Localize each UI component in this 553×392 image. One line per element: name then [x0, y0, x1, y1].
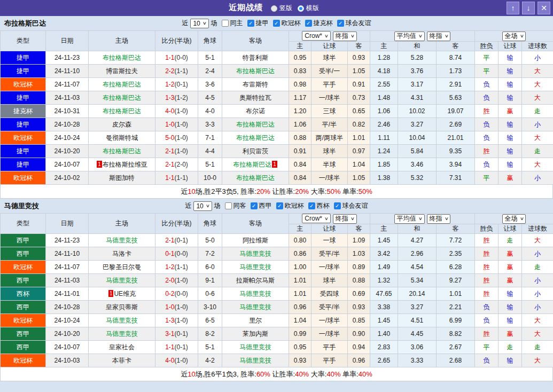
result-wdl-cell: 负 — [475, 118, 499, 131]
away-team-cell: 布拉格斯巴达 — [222, 118, 289, 131]
corners-cell: 4-5 — [198, 91, 222, 105]
close-button[interactable]: ✕ — [538, 2, 550, 14]
home-odds-cell: 0.86 — [289, 247, 311, 261]
competition-filter-checkbox[interactable]: ✓ — [308, 202, 315, 209]
avg-away-cell: 3.94 — [437, 158, 475, 171]
team-section: 布拉格斯巴达近10∨场同主✓捷甲✓欧冠杯✓捷克杯✓球会友谊类型日期主场比分(半场… — [0, 16, 553, 199]
handicap-cell: 两/两球半 — [311, 131, 348, 145]
home-odds-cell: 1.17 — [289, 91, 311, 105]
result-handicap-cell: 输 — [499, 118, 522, 131]
result-goals-cell: 小 — [522, 301, 553, 314]
scope-select[interactable]: 全场∨ — [502, 214, 526, 224]
away-team-name: 拉斯帕尔马斯 — [236, 277, 275, 284]
away-team-cell: 马德里竞技 — [222, 287, 289, 301]
home-team-cell: 马洛卡 — [89, 247, 155, 261]
competition-filter-checkbox[interactable]: ✓ — [251, 202, 258, 209]
chevron-down-icon: ∨ — [444, 34, 448, 38]
home-team-name: 皇家社会 — [109, 343, 135, 351]
horizontal-layout-radio[interactable] — [298, 5, 304, 12]
match-date: 24-10-28 — [46, 301, 89, 314]
home-team-name: UE维克 — [114, 290, 136, 297]
avg-time-select[interactable]: 终指∨ — [427, 214, 451, 224]
away-team-cell: 阿拉维斯 — [222, 234, 289, 247]
home-team-cell: 布拉格斯巴达 — [89, 105, 155, 118]
away-team-name: 马德里竞技 — [239, 290, 271, 297]
score-cell: 4-0(1-0) — [155, 354, 198, 367]
handicap-cell: 平手 — [311, 341, 348, 354]
chevron-down-icon: ∨ — [519, 216, 524, 221]
home-team-name: 皮尔森 — [112, 121, 131, 128]
away-team-cell: 利贝雷茨 — [222, 145, 289, 158]
avg-source-select[interactable]: 平均值∨ — [394, 214, 425, 224]
odds-time-select[interactable]: 终指∨ — [333, 214, 357, 224]
corners-cell: 8-2 — [198, 327, 222, 341]
home-team-name: 马德里竞技 — [106, 277, 138, 284]
corners-cell: 9-1 — [198, 274, 222, 287]
score-cell: 2-2(1-1) — [155, 65, 198, 78]
avg-away-cell: 2.35 — [437, 247, 475, 261]
avg-draw-cell: 3.76 — [398, 65, 437, 78]
away-team-cell: 布尔诺 — [222, 105, 289, 118]
handicap-cell: 平/半 — [311, 118, 348, 131]
competition-filter-checkbox[interactable]: ✓ — [337, 20, 344, 27]
column-header: 进球数 — [522, 42, 553, 51]
score-cell: 1-0(1-0) — [155, 301, 198, 314]
odds-source-select[interactable]: Crow*∨ — [302, 31, 331, 41]
away-odds-cell: 1.03 — [348, 247, 370, 261]
home-odds-cell: 1.01 — [289, 287, 311, 301]
corners-cell: 5-1 — [198, 51, 222, 65]
competition-filter-label: 捷克杯 — [314, 19, 333, 28]
competition-badge: 西甲 — [1, 301, 46, 314]
away-odds-cell: 1.01 — [348, 131, 370, 145]
move-up-button[interactable]: ↑ — [507, 2, 519, 14]
away-odds-cell: 1.04 — [348, 158, 370, 171]
home-team-name: 曼彻斯特城 — [106, 134, 138, 142]
odds-source-select[interactable]: Crow*∨ — [302, 214, 331, 223]
vertical-layout-radio[interactable] — [271, 5, 277, 12]
odds-time-select[interactable]: 终指∨ — [333, 32, 357, 41]
games-count-select[interactable]: 10∨ — [190, 19, 208, 28]
games-count-select[interactable]: 10∨ — [193, 201, 212, 211]
move-down-button[interactable]: ↓ — [522, 2, 535, 14]
away-team-name: 布拉格斯巴达 — [233, 161, 271, 168]
avg-home-cell: 1.48 — [370, 91, 398, 105]
column-header: 客 — [437, 224, 475, 234]
avg-draw-cell: 4.27 — [398, 234, 437, 247]
chevron-down-icon: ∨ — [324, 34, 329, 38]
summary-text: 50% — [326, 187, 340, 195]
summary-text: 40% — [359, 370, 372, 378]
away-team-name: 布拉格斯巴达 — [236, 134, 275, 142]
away-team-cell: 布拉格斯巴达 — [222, 65, 289, 78]
home-team-cell: 马德里竞技 — [89, 234, 155, 247]
window-buttons: ↑ ↓ ✕ — [507, 2, 550, 14]
home-team-name: 布拉格斯巴达 — [103, 94, 141, 101]
score-cell: 1-2(0-1) — [155, 78, 198, 91]
avg-source-select[interactable]: 平均值∨ — [394, 32, 425, 41]
avg-draw-cell: 4.51 — [398, 314, 437, 327]
result-wdl-cell: 负 — [475, 314, 499, 327]
competition-filter-checkbox[interactable]: ✓ — [273, 20, 280, 27]
competition-filter-checkbox[interactable]: ✓ — [276, 202, 283, 209]
home-team-cell: 斯图加特 — [89, 171, 155, 185]
result-handicap-cell: 赢 — [499, 105, 522, 118]
competition-filter-checkbox[interactable]: ✓ — [334, 202, 341, 209]
team-section: 马德里竞技近10∨场同客✓西甲✓欧冠杯✓西杯✓球会友谊类型日期主场比分(半场)角… — [0, 199, 553, 381]
avg-time-select[interactable]: 终指∨ — [427, 32, 451, 41]
scope-select[interactable]: 全场∨ — [502, 32, 526, 41]
competition-filter-label: 欧冠杯 — [285, 201, 304, 210]
same-venue-checkbox[interactable] — [225, 202, 232, 209]
score-cell: 5-0(1-0) — [155, 131, 198, 145]
result-handicap-cell: 输 — [499, 287, 522, 301]
same-venue-checkbox[interactable] — [222, 20, 229, 27]
competition-filter-checkbox[interactable]: ✓ — [247, 20, 254, 27]
summary-text: 10 — [188, 187, 195, 195]
rank-badge: 1 — [272, 161, 277, 168]
result-goals-cell: 小 — [522, 171, 553, 185]
section-header: 马德里竞技近10∨场同客✓西甲✓欧冠杯✓西杯✓球会友谊 — [0, 199, 553, 213]
summary-text: 场,胜6平1负3, 胜率: — [196, 370, 256, 379]
odds-group-header: Crow*∨终指∨ — [289, 214, 370, 224]
home-team-cell: 本菲卡 — [89, 354, 155, 367]
competition-filter-checkbox[interactable]: ✓ — [305, 20, 312, 27]
avg-home-cell: 1.32 — [370, 274, 398, 287]
avg-group-header: 平均值∨终指∨ — [370, 31, 475, 42]
